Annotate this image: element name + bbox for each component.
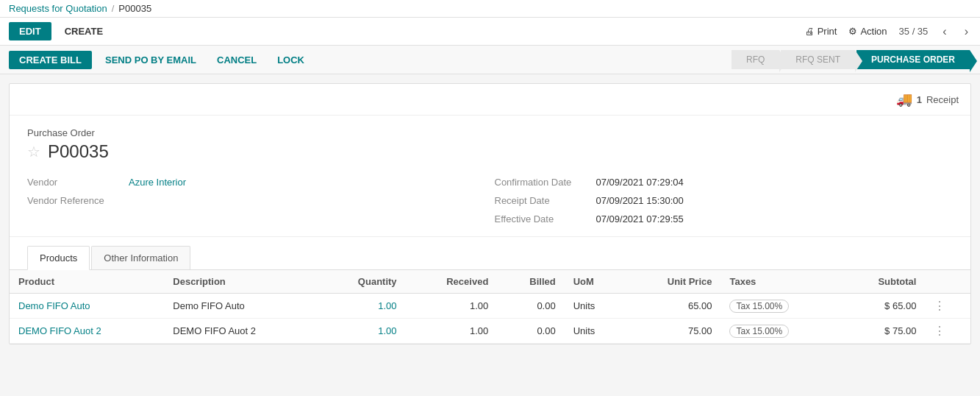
vendor-value[interactable]: Azure Interior	[129, 177, 186, 188]
document-card: 🚚 1 Receipt Purchase Order ☆ P00035 Vend…	[9, 83, 971, 344]
confirmation-date-row: Confirmation Date 07/09/2021 07:29:04	[495, 177, 954, 188]
col-uom: UoM	[565, 270, 625, 294]
prev-button[interactable]: ‹	[940, 24, 949, 40]
row-menu-icon[interactable]: ⋮	[934, 300, 945, 312]
table-row: Demo FIFO Auto Demo FIFO Auto 1.00 1.00 …	[10, 294, 970, 319]
breadcrumb-separator: /	[112, 3, 115, 14]
document-type-label: Purchase Order	[27, 127, 953, 138]
col-unit-price: Unit Price	[625, 270, 720, 294]
billed-cell: 0.00	[497, 319, 564, 344]
col-quantity: Quantity	[319, 270, 406, 294]
vendor-field-row: Vendor Azure Interior	[27, 177, 486, 188]
edit-button[interactable]: EDIT	[9, 22, 51, 40]
vendor-label: Vendor	[27, 177, 123, 188]
cancel-button[interactable]: CANCEL	[210, 51, 264, 69]
send-po-email-button[interactable]: SEND PO BY EMAIL	[98, 51, 204, 69]
unit-price-cell: 65.00	[625, 294, 720, 319]
favorite-star-icon[interactable]: ☆	[27, 143, 40, 160]
col-product: Product	[10, 270, 164, 294]
breadcrumb: Requests for Quotation / P00035	[0, 0, 980, 18]
receipt-date-label: Receipt Date	[495, 195, 590, 206]
breadcrumb-current: P00035	[118, 3, 151, 14]
table-row: DEMO FIFO Auot 2 DEMO FIFO Auot 2 1.00 1…	[10, 319, 970, 344]
truck-icon: 🚚	[896, 91, 912, 107]
tax-cell: Tax 15.00%	[720, 319, 839, 344]
tab-other-information[interactable]: Other Information	[91, 246, 190, 269]
receipt-count: 1	[917, 94, 922, 105]
receipt-date-row: Receipt Date 07/09/2021 15:30:00	[495, 195, 954, 206]
received-cell: 1.00	[406, 294, 498, 319]
tabs-bar: Products Other Information	[10, 237, 970, 270]
uom-cell: Units	[565, 294, 625, 319]
effective-date-row: Effective Date 07/09/2021 07:29:55	[495, 213, 954, 224]
action-button[interactable]: ⚙ Action	[848, 26, 887, 37]
toolbar-right: 🖨 Print ⚙ Action 35 / 35 ‹ ›	[805, 24, 971, 40]
products-table: Product Description Quantity Received Bi…	[10, 270, 970, 344]
effective-date-label: Effective Date	[495, 213, 590, 224]
status-step-rfq-sent: RFQ SENT	[781, 50, 855, 69]
uom-cell: Units	[565, 319, 625, 344]
receipt-badge[interactable]: 🚚 1 Receipt	[896, 91, 959, 107]
description-cell: DEMO FIFO Auot 2	[164, 319, 318, 344]
status-step-purchase-order: PURCHASE ORDER	[856, 50, 970, 69]
subtotal-cell: $ 75.00	[840, 319, 926, 344]
confirmation-date-value: 07/09/2021 07:29:04	[596, 177, 684, 188]
print-button[interactable]: 🖨 Print	[805, 26, 837, 37]
main-content: 🚚 1 Receipt Purchase Order ☆ P00035 Vend…	[0, 74, 980, 353]
status-bar: RFQ RFQ SENT PURCHASE ORDER	[732, 50, 971, 69]
document-title-row: ☆ P00035	[27, 141, 953, 162]
right-fields: Confirmation Date 07/09/2021 07:29:04 Re…	[495, 177, 954, 224]
tab-products[interactable]: Products	[27, 246, 90, 270]
products-table-section: Product Description Quantity Received Bi…	[10, 270, 970, 344]
product-link[interactable]: DEMO FIFO Auot 2	[10, 319, 164, 344]
row-menu-icon[interactable]: ⋮	[934, 325, 945, 337]
pagination-info: 35 / 35	[899, 26, 929, 37]
vendor-reference-field-row: Vendor Reference	[27, 195, 486, 206]
next-button[interactable]: ›	[962, 24, 971, 40]
receipt-label: Receipt	[926, 94, 959, 105]
unit-price-cell: 75.00	[625, 319, 720, 344]
printer-icon: 🖨	[805, 26, 815, 37]
receipt-bar: 🚚 1 Receipt	[10, 84, 970, 116]
received-cell: 1.00	[406, 319, 498, 344]
col-description: Description	[164, 270, 318, 294]
quantity-cell: 1.00	[319, 294, 406, 319]
left-fields: Vendor Azure Interior Vendor Reference	[27, 177, 486, 224]
action-label: Action	[860, 26, 887, 37]
receipt-date-value: 07/09/2021 15:30:00	[596, 195, 684, 206]
tax-cell: Tax 15.00%	[720, 294, 839, 319]
description-cell: Demo FIFO Auto	[164, 294, 318, 319]
subtotal-cell: $ 65.00	[840, 294, 926, 319]
row-menu-cell[interactable]: ⋮	[925, 319, 970, 344]
toolbar-secondary: CREATE BILL SEND PO BY EMAIL CANCEL LOCK…	[0, 46, 980, 74]
billed-cell: 0.00	[497, 294, 564, 319]
lock-button[interactable]: LOCK	[270, 51, 312, 69]
document-header: Purchase Order ☆ P00035 Vendor Azure Int…	[10, 116, 970, 237]
product-link[interactable]: Demo FIFO Auto	[10, 294, 164, 319]
col-billed: Billed	[497, 270, 564, 294]
document-title: P00035	[48, 141, 109, 162]
row-menu-cell[interactable]: ⋮	[925, 294, 970, 319]
table-header-row: Product Description Quantity Received Bi…	[10, 270, 970, 294]
fields-grid: Vendor Azure Interior Vendor Reference C…	[27, 177, 953, 224]
toolbar-primary: EDIT CREATE 🖨 Print ⚙ Action 35 / 35 ‹ ›	[0, 18, 980, 46]
status-step-rfq: RFQ	[732, 50, 779, 69]
col-actions	[925, 270, 970, 294]
breadcrumb-parent-link[interactable]: Requests for Quotation	[9, 3, 107, 14]
vendor-reference-label: Vendor Reference	[27, 195, 123, 206]
confirmation-date-label: Confirmation Date	[495, 177, 590, 188]
col-received: Received	[406, 270, 498, 294]
col-taxes: Taxes	[720, 270, 839, 294]
quantity-cell: 1.00	[319, 319, 406, 344]
col-subtotal: Subtotal	[840, 270, 926, 294]
create-bill-button[interactable]: CREATE BILL	[9, 51, 92, 69]
effective-date-value: 07/09/2021 07:29:55	[596, 213, 684, 224]
print-label: Print	[818, 26, 837, 37]
gear-icon: ⚙	[848, 26, 857, 37]
create-button[interactable]: CREATE	[57, 22, 110, 40]
